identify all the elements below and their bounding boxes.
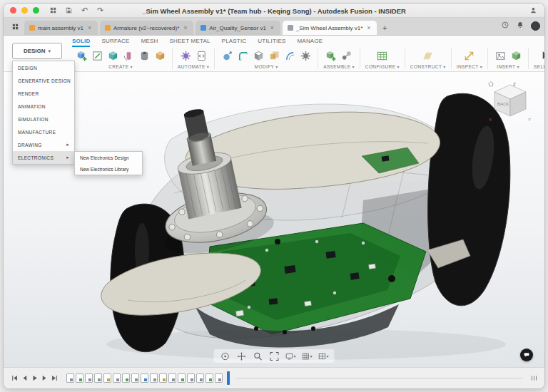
fillet-button[interactable]: [235, 49, 250, 63]
automate-gear-button[interactable]: [178, 49, 193, 63]
group-label-select[interactable]: SELECT: [534, 64, 545, 69]
menu-item-drawing[interactable]: DRAWING: [13, 138, 74, 151]
feedback-bubble[interactable]: [520, 349, 533, 361]
hole-button[interactable]: [137, 49, 151, 63]
ribbon-tab-sheet-metal[interactable]: SHEET METAL: [170, 38, 210, 47]
timeline-options-icon[interactable]: [529, 373, 539, 383]
close-tab-icon[interactable]: [269, 25, 275, 31]
ribbon-tab-solid[interactable]: SOLID: [72, 38, 90, 47]
menu-item-animation[interactable]: ANIMATION: [13, 100, 74, 113]
create-sketch-button[interactable]: [90, 49, 104, 63]
menu-item-new-electronics-design[interactable]: New Electronics Design: [75, 152, 142, 163]
primitive-box-button[interactable]: [153, 49, 167, 63]
group-label-inspect[interactable]: INSPECT: [457, 64, 482, 69]
user-avatar[interactable]: [531, 21, 540, 31]
timeline-feature-icon[interactable]: [94, 373, 102, 383]
new-component-button[interactable]: [74, 49, 88, 63]
apps-grid-icon[interactable]: [49, 6, 58, 15]
construction-plane-button[interactable]: [421, 49, 435, 63]
offset-face-button[interactable]: [283, 49, 297, 63]
new-document-tab-button[interactable]: [379, 21, 390, 35]
timeline-play-button[interactable]: [29, 373, 39, 383]
close-tab-icon[interactable]: [86, 25, 93, 31]
notification-bell-icon[interactable]: [516, 19, 524, 32]
account-icon[interactable]: [529, 6, 538, 15]
document-tab[interactable]: main assembly v1: [24, 21, 98, 35]
redo-icon[interactable]: [96, 6, 105, 15]
data-panel-toggle-icon[interactable]: [8, 19, 22, 33]
menu-item-electronics[interactable]: ELECTRONICS: [13, 151, 74, 164]
revolve-button[interactable]: [121, 49, 136, 63]
group-label-insert[interactable]: INSERT: [497, 64, 519, 69]
grid-snaps-icon[interactable]: [302, 351, 313, 361]
combine-button[interactable]: [267, 49, 281, 63]
document-tab-active[interactable]: _Sim Wheel Assembly v1*: [283, 21, 377, 35]
menu-item-generative-design[interactable]: GENERATIVE DESIGN: [13, 74, 74, 87]
timeline-feature-icon[interactable]: [159, 373, 167, 383]
assemble-new-component-button[interactable]: [324, 49, 338, 63]
extrude-button[interactable]: [106, 49, 120, 63]
viewports-icon[interactable]: [318, 351, 329, 361]
minimize-window-button[interactable]: [21, 7, 28, 14]
shell-button[interactable]: [251, 49, 265, 63]
ribbon-tab-plastic[interactable]: PLASTIC: [222, 38, 247, 47]
sim-wheel-3d-model[interactable]: [28, 72, 527, 361]
timeline-step-back-button[interactable]: [19, 373, 29, 383]
ribbon-tab-utilities[interactable]: UTILITIES: [258, 38, 285, 47]
menu-item-manufacture[interactable]: MANUFACTURE: [13, 125, 74, 138]
timeline-feature-icon[interactable]: [131, 373, 139, 383]
document-tab[interactable]: Air_Quality_Sensor v1: [196, 21, 280, 35]
scripts-addins-button[interactable]: [194, 49, 208, 63]
timeline-feature-icon[interactable]: [141, 373, 148, 383]
timeline-feature-icon[interactable]: [150, 373, 158, 383]
group-label-automate[interactable]: AUTOMATE: [178, 64, 209, 69]
timeline-feature-icon[interactable]: [122, 373, 130, 383]
timeline-go-to-start-button[interactable]: [9, 373, 19, 383]
joint-button[interactable]: [340, 49, 354, 63]
group-label-modify[interactable]: MODIFY: [255, 64, 278, 69]
press-pull-button[interactable]: [220, 49, 234, 63]
ribbon-tab-manage[interactable]: MANAGE: [297, 38, 323, 47]
timeline-feature-icon[interactable]: [76, 373, 83, 383]
zoom-icon[interactable]: [253, 351, 263, 361]
timeline-go-to-end-button[interactable]: [49, 373, 59, 383]
timeline-feature-icon[interactable]: [178, 373, 186, 383]
job-status-icon[interactable]: [501, 19, 509, 32]
select-cursor-button[interactable]: [539, 49, 545, 63]
timeline-feature-icon[interactable]: [206, 373, 213, 383]
menu-item-render[interactable]: RENDER: [13, 87, 74, 100]
timeline-feature-icon[interactable]: [113, 373, 121, 383]
timeline-position-marker[interactable]: [227, 371, 230, 385]
group-label-create[interactable]: CREATE: [108, 64, 133, 69]
orbit-icon[interactable]: [220, 351, 230, 361]
timeline-feature-icon[interactable]: [66, 373, 74, 383]
close-tab-icon[interactable]: [365, 25, 372, 31]
insert-canvas-button[interactable]: [493, 49, 507, 63]
timeline-feature-icon[interactable]: [215, 373, 223, 383]
document-tab[interactable]: Armature (v2~recovered)*: [100, 21, 193, 35]
close-tab-icon[interactable]: [182, 25, 188, 31]
timeline-feature-icon[interactable]: [187, 373, 195, 383]
change-parameters-button[interactable]: [298, 49, 313, 63]
display-settings-icon[interactable]: [285, 351, 296, 361]
measure-button[interactable]: [462, 49, 477, 63]
configuration-table-button[interactable]: [375, 49, 390, 63]
close-window-button[interactable]: [10, 7, 16, 14]
save-icon[interactable]: [64, 6, 73, 15]
workspace-switcher-button[interactable]: DESIGN: [12, 43, 62, 59]
menu-item-simulation[interactable]: SIMULATION: [13, 113, 74, 125]
group-label-configure[interactable]: CONFIGURE: [365, 64, 400, 69]
ribbon-tab-mesh[interactable]: MESH: [141, 38, 158, 47]
ribbon-tab-surface[interactable]: SURFACE: [101, 38, 129, 47]
zoom-window-button[interactable]: [33, 7, 39, 14]
timeline-feature-icon[interactable]: [103, 373, 111, 383]
viewcube-home-icon[interactable]: [488, 82, 493, 86]
pan-icon[interactable]: [236, 351, 247, 361]
group-label-assemble[interactable]: ASSEMBLE: [323, 64, 355, 69]
insert-mesh-button[interactable]: [509, 49, 523, 63]
viewcube[interactable]: BACK X Y Z: [487, 81, 533, 123]
group-label-construct[interactable]: CONSTRUCT: [410, 64, 446, 69]
menu-item-design[interactable]: DESIGN: [13, 61, 74, 74]
menu-item-new-electronics-library[interactable]: New Electronics Library: [75, 163, 142, 175]
timeline-step-forward-button[interactable]: [39, 373, 49, 383]
